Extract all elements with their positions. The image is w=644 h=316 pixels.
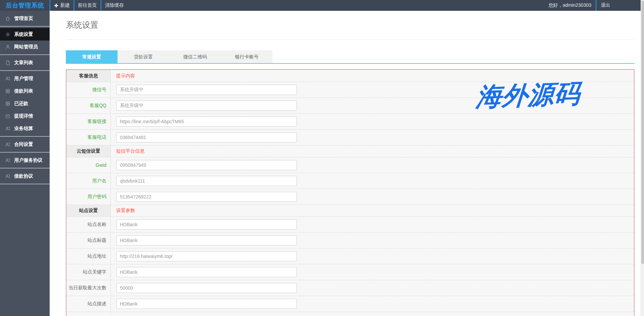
- service-qq-input[interactable]: [116, 101, 297, 111]
- sidebar-item-repaid[interactable]: 已还款: [0, 97, 50, 110]
- form-row: 用户密码: [67, 189, 634, 205]
- navbar-right: 您好，admin230303 退出: [548, 0, 644, 11]
- field-label: 当日获取最大次数: [67, 280, 111, 296]
- grid-icon: [5, 101, 10, 106]
- form-row: 当日获取最大次数: [67, 280, 634, 296]
- field-label: [67, 312, 111, 316]
- field-label: 站点关键字: [67, 264, 111, 280]
- form-row: 站点名称: [67, 216, 634, 232]
- sidebar-item-loan-list[interactable]: 借款列表: [0, 85, 50, 97]
- section-hint: 设置参数: [116, 208, 135, 214]
- home-icon: [5, 16, 10, 21]
- scrollbar-thumb[interactable]: [641, 1, 644, 264]
- settings-tabbar: 常规设置 贷款设置 微信二维码 银行卡账号: [66, 50, 635, 64]
- sidebar-item-label: 网站管理员: [14, 41, 38, 53]
- users-icon: [5, 126, 10, 131]
- users-icon: [5, 158, 10, 163]
- settings-form-table: 客服信息 提示内容 微信号 客服QQ 客服链接 客服电话 云短信设置 短信平: [66, 69, 635, 316]
- form-row: 站点标题: [67, 232, 634, 248]
- field-label: 站点地址: [67, 248, 111, 264]
- sidebar-item-loan-agreement[interactable]: 借款协议: [0, 170, 50, 182]
- sidebar-item-label: 系统设置: [14, 28, 33, 41]
- grid-icon: [5, 88, 10, 94]
- clear-cache-button-label: 清除缓存: [105, 2, 124, 8]
- tab-loan-settings[interactable]: 贷款设置: [118, 50, 169, 63]
- user-greeting: 您好，admin230303: [548, 0, 591, 11]
- new-button-label: 新建: [60, 2, 70, 8]
- top-navbar: 后台管理系统 ✚ 新建 前往首页 清除缓存 您好，admin230303 退出: [0, 0, 644, 11]
- section-hint: 提示内容: [116, 73, 135, 79]
- sms-password-input[interactable]: [116, 192, 297, 202]
- users-icon: [5, 174, 10, 179]
- site-url-input[interactable]: [116, 251, 297, 261]
- app-logo: 后台管理系统: [0, 0, 50, 11]
- tab-general-settings[interactable]: 常规设置: [66, 50, 118, 63]
- section-hint: 短信平台信息: [116, 148, 145, 154]
- file-icon: [5, 60, 10, 65]
- sidebar-item-site-admin[interactable]: 网站管理员: [0, 41, 50, 53]
- field-label: Gwid: [67, 157, 111, 173]
- sidebar-group-separator: [0, 168, 50, 168]
- sidebar-item-admin-home[interactable]: 管理首页: [0, 12, 50, 25]
- bag-icon: [5, 113, 10, 119]
- sidebar-item-article-list[interactable]: 文章列表: [0, 56, 50, 69]
- field-label: 用户密码: [67, 189, 111, 205]
- sidebar-item-label: 管理首页: [14, 12, 33, 25]
- page-title: 系统设置: [66, 20, 635, 30]
- section-label: 站点设置: [67, 205, 111, 216]
- navbar-separator: [596, 0, 596, 11]
- sidebar-item-system-settings[interactable]: 系统设置: [0, 28, 50, 41]
- site-title-input[interactable]: [116, 235, 297, 245]
- section-row-cloud-sms: 云短信设置 短信平台信息: [67, 145, 634, 157]
- sidebar-item-contract-settings[interactable]: 合同设置: [0, 138, 50, 151]
- field-label: 微信号: [67, 82, 111, 98]
- sidebar-group-separator: [0, 184, 50, 184]
- vertical-scrollbar[interactable]: [641, 0, 644, 316]
- field-label: 用户名: [67, 173, 111, 189]
- sidebar-item-user-management[interactable]: 用户管理: [0, 72, 50, 85]
- user-icon: [5, 44, 10, 50]
- field-label: 客服QQ: [67, 98, 111, 113]
- go-home-button[interactable]: 前往首页: [74, 0, 101, 11]
- field-label: 站点标题: [67, 233, 111, 248]
- section-label: 云短信设置: [67, 146, 111, 157]
- service-phone-input[interactable]: [116, 132, 297, 142]
- sidebar-group-separator: [0, 70, 50, 71]
- daily-max-count-input[interactable]: [116, 283, 297, 293]
- sidebar-group-separator: [0, 26, 50, 27]
- title-divider: [66, 40, 635, 40]
- form-row: 客服链接: [67, 113, 634, 129]
- site-description-input[interactable]: [116, 299, 297, 309]
- sms-username-input[interactable]: [116, 176, 297, 186]
- gwid-input[interactable]: [116, 160, 297, 170]
- site-keywords-input[interactable]: [116, 267, 297, 277]
- sidebar-item-business-settlement[interactable]: 业务结算: [0, 122, 50, 135]
- service-link-input[interactable]: [116, 116, 297, 127]
- field-label: 站点描述: [67, 296, 111, 312]
- users-icon: [5, 142, 10, 147]
- new-button[interactable]: ✚ 新建: [50, 0, 74, 11]
- sidebar-item-user-service-agreement[interactable]: 用户服务协议: [0, 154, 50, 166]
- go-home-button-label: 前往首页: [78, 2, 97, 8]
- tab-wechat-qrcode[interactable]: 微信二维码: [169, 50, 221, 63]
- sidebar-item-label: 提现详情: [14, 110, 33, 122]
- section-row-site-settings: 站点设置 设置参数: [67, 205, 634, 216]
- tab-bank-card-account[interactable]: 银行卡账号: [221, 50, 273, 63]
- sidebar-group-separator: [0, 54, 50, 55]
- wechat-id-input[interactable]: [116, 85, 297, 95]
- sidebar-item-label: 用户管理: [14, 72, 33, 85]
- form-row-partial: [67, 312, 634, 316]
- sidebar-menu: 管理首页 系统设置 网站管理员 文章列表 用户管理 借款列表 已还款 提现详情 …: [0, 11, 50, 316]
- section-row-customer-service: 客服信息 提示内容: [67, 70, 634, 82]
- sidebar-item-label: 借款协议: [14, 170, 33, 182]
- field-label: 站点名称: [67, 217, 111, 232]
- form-row: 客服电话: [67, 129, 634, 145]
- clear-cache-button[interactable]: 清除缓存: [101, 0, 128, 11]
- sidebar-item-label: 合同设置: [14, 138, 33, 151]
- site-name-input[interactable]: [116, 219, 297, 230]
- sidebar-item-withdrawal-details[interactable]: 提现详情: [0, 110, 50, 122]
- sidebar-item-label: 借款列表: [14, 85, 33, 97]
- form-row: 客服QQ: [67, 98, 634, 113]
- logout-button[interactable]: 退出: [601, 0, 610, 11]
- field-label: 客服链接: [67, 114, 111, 129]
